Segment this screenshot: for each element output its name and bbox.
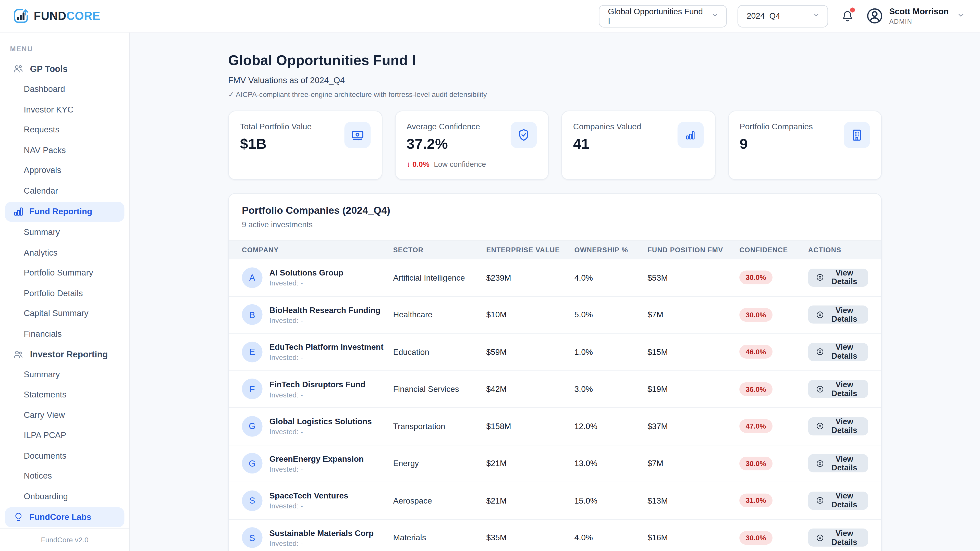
chevron-down-icon	[812, 11, 820, 21]
view-details-button[interactable]: View Details	[808, 268, 868, 286]
column-header: ACTIONS	[808, 246, 868, 254]
stat-value: 37.2%	[407, 135, 486, 152]
sidebar-item[interactable]: Fund Reporting	[5, 202, 124, 221]
sidebar-item-label: Approvals	[24, 166, 61, 175]
sidebar-item[interactable]: Investor Reporting	[0, 344, 129, 364]
chevron-down-icon	[957, 10, 965, 21]
sidebar-item[interactable]: Carry View	[0, 405, 129, 425]
table-row: G GreenEnergy Expansion Invested: - Ener…	[229, 445, 881, 483]
sidebar-item[interactable]: Requests	[0, 120, 129, 140]
eye-icon	[816, 348, 824, 356]
column-header: OWNERSHIP %	[574, 246, 648, 254]
view-details-button[interactable]: View Details	[808, 492, 868, 510]
fmv-cell: $7M	[648, 310, 739, 319]
period-select[interactable]: 2024_Q4	[737, 5, 828, 27]
sidebar-item[interactable]: Summary	[0, 222, 129, 243]
logo[interactable]: FUNDCORE	[13, 7, 100, 24]
confidence-badge: 47.0%	[739, 419, 772, 433]
invested-label: Invested: -	[269, 540, 374, 547]
bar-chart-icon	[677, 122, 703, 148]
sidebar-item[interactable]: GP Tools	[0, 59, 129, 79]
sector-cell: Transportation	[393, 421, 486, 431]
ownership-cell: 4.0%	[574, 273, 648, 283]
sidebar-item-label: Onboarding	[24, 492, 68, 501]
sidebar-item[interactable]: Analytics	[0, 242, 129, 263]
view-details-button[interactable]: View Details	[808, 529, 868, 547]
sidebar-item[interactable]: Approvals	[0, 160, 129, 181]
fmv-cell: $7M	[648, 459, 739, 468]
main-area: Global Opportunities Fund I FMV Valuatio…	[130, 32, 980, 551]
sidebar-item[interactable]: Statements	[0, 384, 129, 405]
sidebar-item-label: FundCore Labs	[29, 512, 91, 522]
app-root: FUNDCORE Global Opportunities Fund I 202…	[0, 0, 980, 551]
view-details-button[interactable]: View Details	[808, 343, 868, 361]
fmv-cell: $37M	[648, 421, 739, 431]
shield-check-icon	[511, 122, 537, 148]
sidebar-item[interactable]: Onboarding	[0, 486, 129, 507]
lightbulb-icon	[13, 511, 24, 522]
fund-select[interactable]: Global Opportunities Fund I	[598, 5, 727, 27]
user-role: ADMIN	[889, 17, 948, 25]
menu-label: MENU	[0, 45, 129, 59]
sidebar-item[interactable]: FundCore Labs	[5, 507, 124, 527]
stat-label: Companies Valued	[573, 122, 641, 131]
company-name: EduTech Platform Investment	[269, 343, 383, 352]
sidebar-item[interactable]: Investor KYC	[0, 99, 129, 120]
ownership-cell: 4.0%	[574, 533, 648, 543]
logo-icon	[13, 7, 29, 24]
view-details-button[interactable]: View Details	[808, 306, 868, 324]
eye-icon	[816, 459, 824, 468]
invested-label: Invested: -	[269, 354, 383, 361]
view-details-button[interactable]: View Details	[808, 380, 868, 398]
sidebar-item[interactable]: Summary	[0, 364, 129, 385]
sidebar-item[interactable]: Notices	[0, 466, 129, 486]
sidebar-item[interactable]: NAV Packs	[0, 140, 129, 160]
sidebar-item-label: NAV Packs	[24, 145, 66, 155]
user-avatar-icon	[865, 7, 883, 25]
user-menu[interactable]: Scott Morrison ADMIN	[865, 7, 965, 25]
sidebar-item[interactable]: Documents	[0, 445, 129, 466]
bar-chart-icon	[13, 206, 24, 217]
sidebar-item[interactable]: Dashboard	[0, 79, 129, 100]
confidence-badge: 30.0%	[739, 308, 772, 322]
column-header: ENTERPRISE VALUE	[486, 246, 574, 254]
confidence-badge: 36.0%	[739, 382, 772, 396]
view-details-button[interactable]: View Details	[808, 417, 868, 435]
column-header: FUND POSITION FMV	[648, 246, 739, 254]
fmv-cell: $19M	[648, 384, 739, 394]
sidebar-item[interactable]: Portfolio Summary	[0, 263, 129, 283]
sector-cell: Energy	[393, 459, 486, 468]
sidebar-item-label: Carry View	[24, 410, 65, 420]
sidebar-item[interactable]: ILPA PCAP	[0, 425, 129, 446]
logo-text: FUNDCORE	[34, 9, 100, 23]
stat-card: Total Portfolio Value $1B	[228, 110, 382, 180]
stat-card: Companies Valued 41	[561, 110, 715, 180]
sector-cell: Aerospace	[393, 496, 486, 505]
eye-icon	[816, 385, 824, 393]
sidebar-items: GP Tools Dashboard Investor KYC Requests…	[0, 59, 129, 527]
enterprise-value-cell: $158M	[486, 421, 574, 431]
compliance-note: ✓ AICPA-compliant three-engine architect…	[228, 90, 882, 99]
sidebar-item-label: Summary	[24, 227, 60, 237]
eye-icon	[816, 273, 824, 282]
sidebar-item[interactable]: Portfolio Details	[0, 283, 129, 303]
company-name: Sustainable Materials Corp	[269, 528, 374, 538]
view-details-button[interactable]: View Details	[808, 454, 868, 472]
eye-icon	[816, 310, 824, 319]
sidebar-item[interactable]: Calendar	[0, 181, 129, 201]
ownership-cell: 15.0%	[574, 496, 648, 505]
sidebar-item[interactable]: Capital Summary	[0, 303, 129, 324]
invested-label: Invested: -	[269, 465, 364, 473]
stat-value: $1B	[240, 135, 312, 152]
sidebar-item-label: Calendar	[24, 186, 58, 195]
enterprise-value-cell: $59M	[486, 347, 574, 357]
building-icon	[844, 122, 870, 148]
company-avatar: G	[242, 416, 262, 437]
chevron-down-icon	[711, 11, 718, 21]
sidebar-footer: FundCore v2.0	[0, 528, 129, 551]
user-name: Scott Morrison	[889, 7, 948, 17]
sector-cell: Healthcare	[393, 310, 486, 319]
notifications-bell-button[interactable]	[840, 8, 855, 24]
confidence-badge: 30.0%	[739, 531, 772, 545]
sidebar-item[interactable]: Financials	[0, 324, 129, 344]
